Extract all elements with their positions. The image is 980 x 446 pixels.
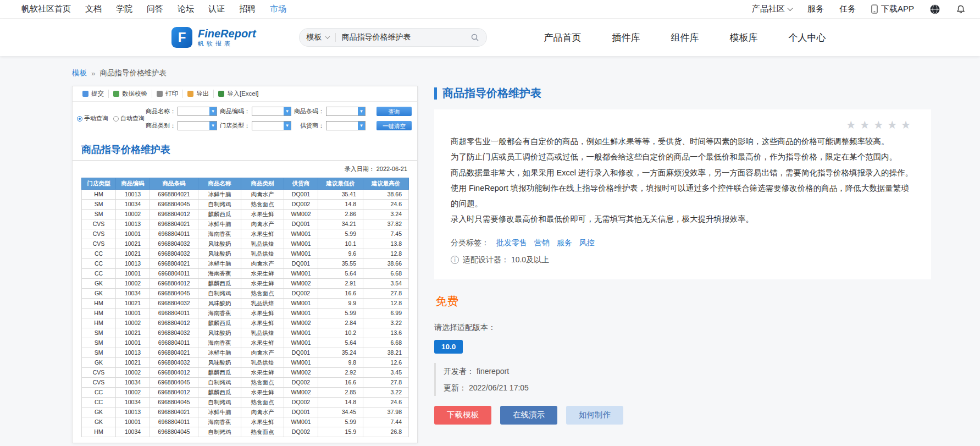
cell-min-price: 34.45 [318,408,363,417]
cell-product-code: 10002 [116,388,150,398]
cell-min-price: 34.21 [318,219,363,229]
search-input[interactable] [342,33,470,42]
template-preview-image[interactable]: 提交 数据校验 打印 [72,86,418,443]
cell-supplier: DQ002 [284,289,318,299]
category-tag-link[interactable]: 营销 [534,238,550,248]
product-nav-link[interactable]: 产品首页 [544,31,582,44]
developer-line: 开发者： finereport [444,363,931,379]
cell-max-price: 12.8 [363,299,409,309]
page-content: 模板 » 商品指导价格维护表 提交 [0,56,980,446]
search-box: 模板 [299,28,487,47]
cell-category: 水果生鲜 [241,229,284,239]
cell-product-code: 10001 [116,309,150,318]
download-template-button[interactable]: 下载模板 [434,406,491,425]
product-nav-link[interactable]: 模板库 [730,31,758,44]
online-demo-button[interactable]: 在线演示 [500,406,557,425]
cell-barcode: 6968804011 [150,338,198,348]
table-row: CC 10013 6968804021 冰鲜牛腩 肉禽水产 DQ001 35.5… [82,259,409,269]
dropdown-select [326,107,366,116]
table-row: CC 10034 6968804045 自制烤鸡 熟食面点 DQ002 14.8… [82,398,409,408]
dropdown-select [178,121,217,130]
table-row: SM 10013 6968804021 冰鲜牛腩 肉禽水产 DQ001 35.2… [82,348,409,358]
updated-line: 更新： 2022/06/21 17:05 [444,379,931,396]
bell-icon[interactable] [956,4,966,14]
breadcrumb-home-link[interactable]: 模板 [72,68,87,78]
topbar-link[interactable]: 认证 [201,4,232,14]
query-field: 商品名称： [145,107,217,116]
globe-icon[interactable] [929,4,940,15]
table-row: HM 10002 6968804012 麒麟西瓜 水果生鲜 WM002 2.84… [82,318,409,328]
cell-supplier: WM002 [284,318,318,328]
description-paragraph: 商品数据量非常大，如果采用 Excel 进行录入和修改，一方面麻烦没效率，另一方… [451,165,915,212]
field-label: 商品名称： [146,107,176,115]
cell-min-price: 9.8 [318,358,363,368]
cell-barcode: 6968804032 [150,239,198,249]
cell-supplier: DQ001 [284,219,318,229]
query-field: 商品类别： [145,121,217,130]
product-nav-link[interactable]: 插件库 [612,31,640,44]
topbar-link[interactable]: 问答 [140,4,170,14]
topbar-link[interactable]: 学院 [109,4,140,14]
cell-max-price: 26.8 [363,427,409,437]
cell-product-code: 10013 [116,259,150,269]
topbar-link[interactable]: 论坛 [170,4,201,14]
product-community-label: 产品社区 [752,4,785,14]
table-row: CC 10002 6968804012 麒麟西瓜 水果生鲜 WM002 2.85… [82,388,409,398]
category-tag-link[interactable]: 批发零售 [496,238,527,248]
service-link[interactable]: 服务 [807,4,824,14]
topbar-link[interactable]: 市场 [263,4,294,14]
topbar-link[interactable]: 文档 [78,4,109,14]
download-app-link[interactable]: 下载APP [871,4,914,14]
preview-query-radios: 手动查询 自动查询 [77,114,145,123]
category-tag-link[interactable]: 服务 [557,238,572,248]
cell-product-name: 风味酸奶 [198,249,241,259]
cell-max-price: 38.66 [363,259,409,269]
column-header: 供货商 [284,178,318,190]
cell-product-code: 10034 [116,427,150,437]
radio-label: 手动查询 [84,114,108,123]
cell-min-price: 9.9 [318,299,363,309]
preview-toolbar-label: 提交 [91,90,104,98]
cell-product-name: 冰鲜牛腩 [198,190,241,200]
cell-min-price: 10.2 [318,328,363,338]
product-nav-link[interactable]: 组件库 [671,31,699,44]
search-category-select[interactable]: 模板 [307,32,329,42]
task-link[interactable]: 任务 [839,4,856,14]
cell-store-type: CVS [82,368,116,378]
cell-max-price: 6.68 [363,269,409,279]
finereport-logo[interactable]: F FineReport 帆软报表 [171,27,256,48]
table-row: SM 10034 6968804045 自制烤鸡 熟食面点 DQ002 14.8… [82,200,409,210]
query-field: 商品编码： [219,107,291,116]
cell-store-type: HM [82,299,116,309]
version-chip[interactable]: 10.0 [434,340,463,354]
cell-max-price: 27.8 [363,289,409,299]
cell-max-price: 3.54 [363,279,409,289]
cell-product-name: 麒麟西瓜 [198,368,241,378]
cell-barcode: 6968804011 [150,309,198,318]
search-icon[interactable] [470,33,479,42]
cell-category: 水果生鲜 [241,388,284,398]
cell-barcode: 6968804032 [150,299,198,309]
action-buttons: 下载模板 在线演示 如何制作 [434,406,931,425]
cell-max-price: 24.6 [363,398,409,408]
cell-category: 肉禽水产 [241,219,284,229]
topbar-link[interactable]: 帆软社区首页 [14,4,78,14]
cell-product-name: 自制烤鸡 [198,427,241,437]
cell-supplier: WM002 [284,210,318,219]
cell-product-code: 10034 [116,378,150,388]
top-navigation-bar: 帆软社区首页 文档 学院 问答 论坛 认证 招聘 市场 产品社区 服务 任务 下… [0,0,980,19]
how-to-make-button[interactable]: 如何制作 [566,406,623,425]
cell-store-type: SM [82,348,116,358]
cell-category: 熟食面点 [241,427,284,437]
table-row: CC 10021 6968804032 风味酸奶 乳品烘焙 WM001 9.6 … [82,249,409,259]
field-label: 门店类型： [220,122,250,130]
product-community-menu[interactable]: 产品社区 [752,4,792,14]
cell-product-code: 10013 [116,408,150,417]
product-nav-link[interactable]: 个人中心 [789,31,826,44]
category-tag-link[interactable]: 风控 [579,238,595,248]
topbar-link[interactable]: 招聘 [232,4,263,14]
cell-product-code: 10002 [116,318,150,328]
table-row: SM 10002 6968804012 麒麟西瓜 水果生鲜 WM002 2.86… [82,210,409,219]
dropdown-select [252,121,291,130]
cell-category: 熟食面点 [241,398,284,408]
